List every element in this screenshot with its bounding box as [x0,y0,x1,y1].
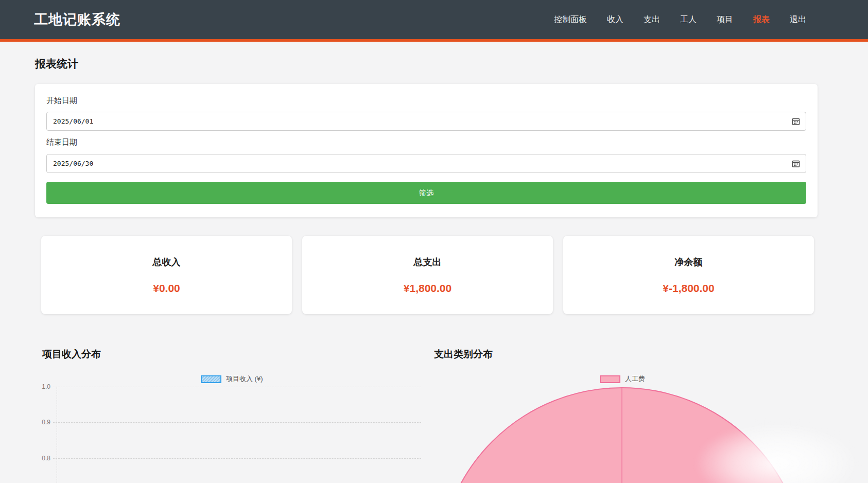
income-legend-swatch [201,375,221,383]
income-legend-label: 项目收入 (¥) [226,374,263,384]
nav-item-reports[interactable]: 报表 [753,14,770,25]
nav-item-projects[interactable]: 项目 [717,14,733,25]
pie-slice-border [621,388,622,483]
expense-legend-label: 人工费 [625,374,645,384]
income-chart-legend[interactable]: 项目收入 (¥) [201,374,263,384]
y-axis-tick: 0.9 [30,419,50,426]
net-balance-title: 净余额 [675,256,703,268]
nav-item-income[interactable]: 收入 [607,14,623,25]
total-income-title: 总收入 [153,256,181,268]
total-expense-value: ¥1,800.00 [404,282,452,295]
net-balance-card: 净余额 ¥-1,800.00 [563,236,814,314]
total-expense-card: 总支出 ¥1,800.00 [302,236,553,314]
total-income-value: ¥0.00 [153,282,180,295]
start-date-label: 开始日期 [46,96,77,106]
app-title: 工地记账系统 [34,10,120,29]
y-axis-tick: 0.8 [30,455,50,462]
y-axis-tick: 1.0 [30,383,50,390]
nav-item-workers[interactable]: 工人 [680,14,697,25]
end-date-field-wrap [46,154,806,173]
end-date-label: 结束日期 [46,137,77,147]
nav-item-logout[interactable]: 退出 [790,14,806,25]
start-date-input[interactable] [46,112,806,131]
net-balance-value: ¥-1,800.00 [663,282,714,295]
total-income-card: 总收入 ¥0.00 [41,236,292,314]
gridline [53,422,421,423]
income-chart-title: 项目收入分布 [42,348,101,361]
end-date-input[interactable] [46,154,806,173]
calendar-icon[interactable] [792,160,800,168]
nav-links: 控制面板 收入 支出 工人 项目 报表 退出 [554,14,806,25]
nav-item-dashboard[interactable]: 控制面板 [554,14,587,25]
calendar-icon[interactable] [792,117,800,126]
gridline [53,458,421,459]
start-date-field-wrap [46,112,806,131]
page-title: 报表统计 [35,57,78,71]
y-axis-line [57,387,57,483]
top-navbar: 工地记账系统 控制面板 收入 支出 工人 项目 报表 退出 [0,0,868,42]
expense-chart-title: 支出类别分布 [434,348,493,361]
report-page: 工地记账系统 控制面板 收入 支出 工人 项目 报表 退出 报表统计 开始日期 [0,0,868,483]
gridline [53,387,421,387]
nav-item-expense[interactable]: 支出 [644,14,660,25]
expense-legend-swatch [600,375,620,383]
expense-chart-legend[interactable]: 人工费 [600,374,645,384]
filter-submit-button[interactable]: 筛选 [46,182,806,204]
total-expense-title: 总支出 [414,256,442,268]
date-filter-card: 开始日期 结束日期 [35,84,818,217]
